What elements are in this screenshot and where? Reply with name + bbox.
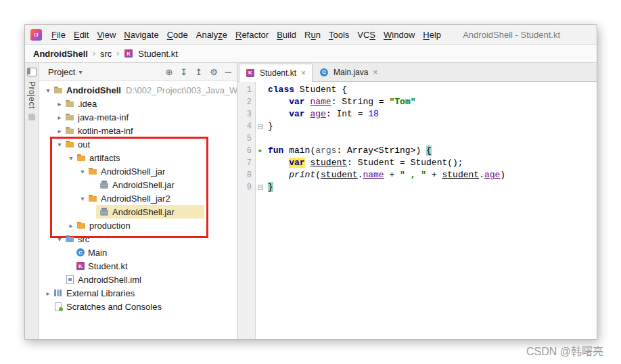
menu-item-edit[interactable]: Edit xyxy=(70,28,93,42)
tree-item-path: D:\002_Project\003_Java_W xyxy=(126,85,237,95)
tree-item-idea[interactable]: ▸.idea xyxy=(39,97,237,110)
code-line-1[interactable]: 1class Student { xyxy=(237,84,597,96)
tree-item-kotlin-meta-inf[interactable]: ▸kotlin-meta-inf xyxy=(39,124,237,137)
settings-icon[interactable]: ⚙ xyxy=(210,68,218,76)
tab-student-kt[interactable]: KStudent.kt× xyxy=(239,64,313,82)
tree-expanded-arrow-icon[interactable]: ▾ xyxy=(78,168,87,175)
menu-item-refactor[interactable]: Refactor xyxy=(231,28,273,42)
breadcrumb-item-androidshell[interactable]: AndroidShell xyxy=(33,49,88,59)
project-panel-header: Project ▾ ⊕↧↥⚙─ xyxy=(39,63,237,81)
tree-collapsed-arrow-icon[interactable]: ▸ xyxy=(43,290,53,297)
menu-item-analyze[interactable]: Analyze xyxy=(192,28,231,42)
code-line-2[interactable]: 2 var name: String = "Tom" xyxy=(237,96,597,108)
folder-src-icon xyxy=(65,234,74,244)
gutter-spacer xyxy=(255,169,266,181)
code-line-4[interactable]: 4} xyxy=(237,120,597,133)
gutter-spacer xyxy=(255,157,266,169)
breadcrumb-item-src[interactable]: src xyxy=(100,49,112,59)
tree-item-main[interactable]: CMain xyxy=(39,246,237,259)
tree-item-androidshell[interactable]: ▾AndroidShellD:\002_Project\003_Java_W xyxy=(39,83,237,97)
tree-item-label: AndroidShell_jar2 xyxy=(101,194,170,204)
favorites-icon[interactable] xyxy=(28,114,35,120)
tree-collapsed-arrow-icon[interactable]: ▸ xyxy=(55,100,64,108)
folder-excluded-icon xyxy=(76,153,86,162)
tree-expanded-arrow-icon[interactable]: ▾ xyxy=(55,235,64,243)
tree-item-androidshell-jar[interactable]: AndroidShell.jar xyxy=(39,205,237,219)
locate-icon[interactable]: ⊕ xyxy=(165,68,172,76)
collapse-all-icon[interactable]: ↥ xyxy=(195,68,202,76)
tab-label: Main.java xyxy=(334,68,368,77)
close-tab-icon[interactable]: × xyxy=(301,68,306,78)
tree-item-label: AndroidShell.jar xyxy=(112,180,175,190)
menu-item-build[interactable]: Build xyxy=(273,28,300,42)
tree-item-external-libraries[interactable]: ▸External Libraries xyxy=(39,286,237,300)
tree-expanded-arrow-icon[interactable]: ▾ xyxy=(78,195,87,202)
code-line-6[interactable]: 6▶fun main(args: Array<String>) { xyxy=(237,145,597,157)
menu-item-file[interactable]: File xyxy=(47,28,70,42)
tree-item-label: AndroidShell.iml xyxy=(78,275,141,285)
menu-item-tools[interactable]: Tools xyxy=(325,28,353,42)
menu-item-help[interactable]: Help xyxy=(419,28,445,42)
menu-item-run[interactable]: Run xyxy=(300,28,325,42)
tree-item-androidshell-jar[interactable]: AndroidShell.jar xyxy=(39,178,237,191)
menu-item-navigate[interactable]: Navigate xyxy=(120,28,162,42)
tree-collapsed-arrow-icon[interactable]: ▸ xyxy=(66,222,76,229)
main-area: Project Project ▾ ⊕↧↥⚙─ ▾AndroidShellD:\… xyxy=(25,63,597,339)
tree-collapsed-arrow-icon[interactable]: ▸ xyxy=(55,127,64,135)
code-line-9[interactable]: 9} xyxy=(237,181,597,194)
tree-expanded-arrow-icon[interactable]: ▾ xyxy=(66,154,76,162)
code-text: var age: Int = 18 xyxy=(266,108,379,120)
tree-expanded-arrow-icon[interactable]: ▾ xyxy=(55,141,64,148)
tree-item-java-meta-inf[interactable]: ▸java-meta-inf xyxy=(39,110,237,124)
code-line-5[interactable]: 5 xyxy=(237,133,597,145)
project-panel-title[interactable]: Project xyxy=(48,67,75,77)
folder-excluded-icon xyxy=(88,194,97,203)
code-text: } xyxy=(266,120,273,133)
project-tool-window-button[interactable]: Project xyxy=(27,81,37,109)
breadcrumb-item-student-kt[interactable]: KStudent.kt xyxy=(124,49,178,59)
line-number: 4 xyxy=(237,120,255,133)
code-line-7[interactable]: 7 var student: Student = Student(); xyxy=(237,157,597,169)
tree-item-androidshell-iml[interactable]: AndroidShell.iml xyxy=(39,273,237,286)
menu-items: FileEditViewNavigateCodeAnalyzeRefactorB… xyxy=(47,28,445,42)
menu-item-view[interactable]: View xyxy=(93,28,120,42)
tree-item-androidshell-jar2[interactable]: ▾AndroidShell_jar2 xyxy=(39,191,237,205)
chevron-down-icon[interactable]: ▾ xyxy=(78,68,82,76)
code-line-3[interactable]: 3 var age: Int = 18 xyxy=(237,108,597,120)
class-icon: C xyxy=(320,68,328,76)
tree-expanded-arrow-icon[interactable]: ▾ xyxy=(43,87,53,94)
fold-icon[interactable] xyxy=(255,120,266,133)
hide-icon[interactable]: ─ xyxy=(225,68,231,76)
run-icon[interactable]: ▶ xyxy=(255,145,266,157)
expand-all-icon[interactable]: ↧ xyxy=(180,68,187,76)
folder-excluded-icon xyxy=(88,166,97,176)
editor-tabs: KStudent.kt×CMain.java× xyxy=(237,63,597,82)
tree-item-androidshell-jar[interactable]: ▾AndroidShell_jar xyxy=(39,164,237,178)
jar-icon xyxy=(99,207,109,217)
fold-icon[interactable] xyxy=(255,181,266,194)
code-line-8[interactable]: 8 print(student.name + " , " + student.a… xyxy=(237,169,597,181)
jar-icon xyxy=(99,180,109,189)
tree-item-label: External Libraries xyxy=(66,288,135,298)
tree-item-student-kt[interactable]: KStudent.kt xyxy=(39,259,237,273)
tree-item-label: Scratches and Consoles xyxy=(66,302,162,312)
tree-item-out[interactable]: ▾out xyxy=(39,137,237,151)
tab-main-java[interactable]: CMain.java× xyxy=(313,63,384,81)
tree-item-scratches-and-consoles[interactable]: Scratches and Consoles xyxy=(39,300,237,313)
menu-item-vcs[interactable]: VCS xyxy=(353,28,380,42)
gutter-spacer xyxy=(255,133,266,145)
code-text: var student: Student = Student(); xyxy=(266,157,463,169)
tree-item-src[interactable]: ▾src xyxy=(39,232,237,246)
menu-item-window[interactable]: Window xyxy=(380,28,419,42)
menu-item-code[interactable]: Code xyxy=(163,28,192,42)
folder-excluded-icon xyxy=(65,139,74,149)
tree-item-artifacts[interactable]: ▾artifacts xyxy=(39,151,237,164)
code-area[interactable]: 1class Student {2 var name: String = "To… xyxy=(237,82,597,339)
folder-icon xyxy=(65,126,74,135)
close-tab-icon[interactable]: × xyxy=(373,68,377,77)
page: IJ FileEditViewNavigateCodeAnalyzeRefact… xyxy=(0,0,621,364)
tree-item-label: .idea xyxy=(78,99,97,109)
tree-collapsed-arrow-icon[interactable]: ▸ xyxy=(55,114,64,121)
tree-item-label: Main xyxy=(88,248,107,258)
tree-item-production[interactable]: ▸production xyxy=(39,219,237,232)
